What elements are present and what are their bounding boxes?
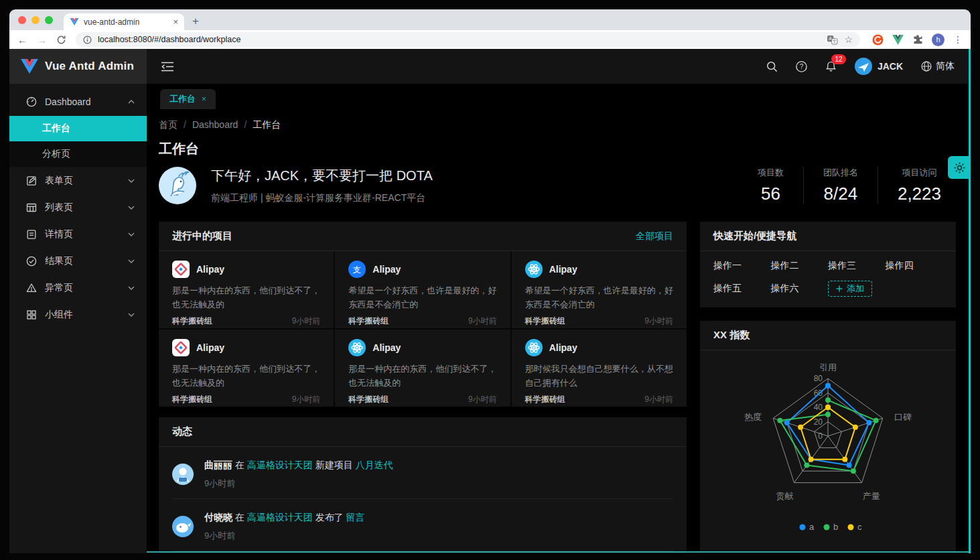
project-card-group[interactable]: 科学搬砖组 — [172, 394, 212, 405]
activity-item-2: 付晓晓 在 高逼格设计天团 发布了 留言9小时前 — [172, 499, 673, 551]
project-card-4[interactable]: Alipay那是一种内在的东西，他们到达不了，也无法触及的科学搬砖组9小时前 — [159, 330, 334, 407]
vue-devtools-icon[interactable] — [892, 35, 904, 45]
svg-text:40: 40 — [814, 403, 823, 412]
legend-item-c[interactable]: c — [848, 522, 863, 532]
legend-item-b[interactable]: b — [824, 522, 839, 532]
project-card-group[interactable]: 科学搬砖组 — [172, 316, 212, 327]
bell-icon[interactable]: 12 — [825, 60, 837, 72]
sidebar-item-exception[interactable]: 异常页 — [9, 275, 147, 301]
project-card-title[interactable]: Alipay — [372, 264, 401, 275]
browser-address-bar: ← → localhost:8080/#/dashboard/workplace… — [9, 30, 971, 49]
radar-panel-title: XX 指数 — [713, 329, 750, 342]
tab-close-icon[interactable]: × — [173, 17, 178, 27]
settings-gear-button[interactable] — [948, 156, 971, 179]
question-circle-icon[interactable]: ? — [796, 61, 807, 72]
tab-close-icon[interactable]: × — [202, 94, 206, 104]
user-menu[interactable]: JACK — [855, 58, 903, 75]
extension-orange-icon[interactable] — [872, 34, 884, 46]
minimize-window-button[interactable] — [31, 16, 40, 24]
sidebar-item-widgets[interactable]: 小组件 — [9, 302, 147, 328]
reload-icon[interactable] — [56, 35, 66, 45]
activity-item-text: 曲丽丽 在 高逼格设计天团 新建项目 八月迭代 — [204, 460, 393, 472]
activity-link[interactable]: 八月迭代 — [356, 460, 393, 470]
svg-text:?: ? — [800, 63, 804, 70]
quick-link-6[interactable]: 操作六 — [771, 283, 829, 295]
page-title: 工作台 — [159, 140, 956, 158]
tab-workplace[interactable]: 工作台 × — [160, 89, 216, 109]
project-card-footer: 科学搬砖组9小时前 — [172, 316, 320, 327]
project-card-group[interactable]: 科学搬砖组 — [525, 316, 565, 327]
sidebar-item-dashboard[interactable]: Dashboard — [9, 89, 147, 115]
browser-tab[interactable]: vue-antd-admin × — [64, 13, 184, 30]
project-card-title[interactable]: Alipay — [549, 342, 577, 353]
project-card-title[interactable]: Alipay — [196, 342, 224, 353]
project-card-group[interactable]: 科学搬砖组 — [348, 316, 389, 327]
menu-fold-icon[interactable] — [161, 62, 173, 72]
activity-link[interactable]: 留言 — [346, 512, 365, 522]
breadcrumb-home[interactable]: 首页 — [159, 119, 178, 130]
close-window-button[interactable] — [18, 16, 26, 24]
site-info-icon[interactable] — [83, 36, 92, 44]
add-button[interactable]: 添加 — [828, 281, 872, 297]
quick-link-5[interactable]: 操作五 — [713, 283, 771, 295]
project-card-title[interactable]: Alipay — [196, 264, 224, 275]
quick-link-1[interactable]: 操作一 — [713, 260, 771, 272]
project-card-footer: 科学搬砖组9小时前 — [348, 316, 496, 327]
page-tabbar: 工作台 × — [147, 84, 971, 109]
forward-icon[interactable]: → — [37, 35, 47, 45]
sidebar-subitem-dashboard-0[interactable]: 工作台 — [9, 116, 147, 141]
project-card-footer: 科学搬砖组9小时前 — [172, 394, 320, 405]
url-omnibox[interactable]: localhost:8080/#/dashboard/workplace A文 … — [76, 32, 860, 47]
quick-link-4[interactable]: 操作四 — [886, 260, 943, 272]
chevron-down-icon — [128, 179, 135, 183]
maximize-window-button[interactable] — [45, 16, 53, 24]
project-card-6[interactable]: Alipay那时候我只会想自己想要什么，从不想自己拥有什么科学搬砖组9小时前 — [512, 330, 687, 407]
quicknav-grid: 操作一操作二操作三操作四操作五操作六添加 — [700, 251, 956, 307]
legend-item-a[interactable]: a — [800, 522, 815, 532]
add-button-label: 添加 — [847, 283, 864, 295]
search-icon[interactable] — [766, 61, 778, 72]
breadcrumb-dashboard[interactable]: Dashboard — [192, 119, 238, 130]
language-label: 简体 — [936, 60, 955, 72]
activity-link[interactable]: 高逼格设计天团 — [247, 460, 313, 470]
browser-menu-icon[interactable]: ⋮ — [953, 34, 963, 45]
browser-tab-strip: vue-antd-admin × + — [9, 9, 971, 30]
translate-icon[interactable]: A文 — [827, 35, 838, 45]
svg-text:热度: 热度 — [744, 412, 762, 422]
project-card-group[interactable]: 科学搬砖组 — [525, 394, 565, 405]
sidebar-item-result[interactable]: 结果页 — [9, 249, 147, 274]
quick-link-3[interactable]: 操作三 — [828, 260, 886, 272]
bookmark-star-icon[interactable]: ☆ — [844, 34, 853, 45]
quick-link-2[interactable]: 操作二 — [771, 260, 829, 272]
sidebar-subitem-dashboard-1[interactable]: 分析页 — [9, 141, 147, 167]
language-switch[interactable]: 简体 — [921, 60, 955, 72]
sidebar-item-detail[interactable]: 详情页 — [9, 222, 147, 247]
sidebar-item-list[interactable]: 列表页 — [9, 195, 147, 220]
project-card-title[interactable]: Alipay — [372, 342, 401, 353]
app-logo[interactable]: Vue Antd Admin — [9, 49, 147, 84]
stat-value: 56 — [758, 184, 784, 204]
project-card-2[interactable]: 支Alipay希望是一个好东西，也许是最好的，好东西是不会消亡的科学搬砖组9小时… — [335, 251, 510, 328]
gear-icon — [953, 161, 966, 174]
project-card-5[interactable]: Alipay那是一种内在的东西，他们到达不了，也无法触及的科学搬砖组9小时前 — [335, 330, 510, 407]
browser-profile-avatar[interactable]: h — [932, 33, 944, 46]
new-tab-button[interactable]: + — [192, 15, 199, 27]
project-card-3[interactable]: Alipay希望是一个好东西，也许是最好的，好东西是不会消亡的科学搬砖组9小时前 — [512, 251, 687, 328]
page-content: 首页/Dashboard/工作台 工作台 下午好，JACK，要不要打一把 DOT… — [147, 109, 971, 553]
sidebar-item-form[interactable]: 表单页 — [9, 168, 147, 194]
svg-text:c: c — [857, 522, 862, 532]
all-projects-link[interactable]: 全部项目 — [636, 230, 673, 242]
project-card-title[interactable]: Alipay — [549, 264, 577, 275]
project-card-group[interactable]: 科学搬砖组 — [348, 394, 389, 405]
project-card-desc: 那是一种内在的东西，他们到达不了，也无法触及的 — [172, 284, 320, 312]
activity-text-segment: 在 — [232, 512, 247, 522]
extensions-puzzle-icon[interactable] — [912, 34, 923, 45]
project-card-desc: 那是一种内在的东西，他们到达不了，也无法触及的 — [348, 362, 496, 391]
back-icon[interactable]: ← — [17, 35, 27, 45]
project-card-1[interactable]: Alipay那是一种内在的东西，他们到达不了，也无法触及的科学搬砖组9小时前 — [159, 251, 334, 328]
dashboard-icon — [26, 96, 37, 107]
appstore-icon — [26, 309, 37, 320]
profile-icon — [26, 229, 37, 240]
radar-panel: XX 指数 020406080引用口碑产量贡献热度abc — [700, 321, 956, 553]
activity-link[interactable]: 高逼格设计天团 — [247, 512, 313, 522]
